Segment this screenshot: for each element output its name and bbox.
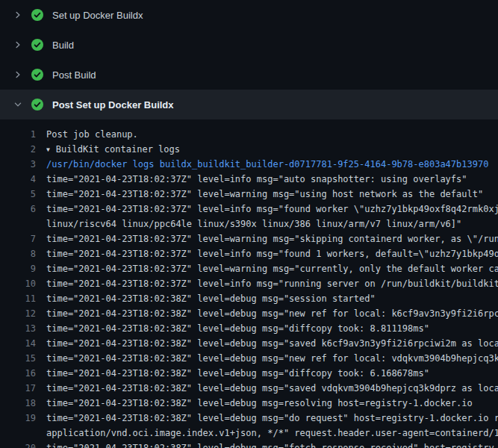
log-text: application/vnd.oci.image.index.v1+json,…	[46, 426, 498, 441]
line-number[interactable]: 10	[0, 276, 36, 291]
log-text: time="2021-04-23T18:02:38Z" level=debug …	[46, 321, 429, 336]
log-line: 18 time="2021-04-23T18:02:38Z" level=deb…	[0, 396, 498, 411]
log-text: time="2021-04-23T18:02:37Z" level=info m…	[46, 246, 498, 261]
line-number[interactable]: 7	[0, 231, 36, 246]
log-line: 15 time="2021-04-23T18:02:38Z" level=deb…	[0, 351, 498, 366]
line-number[interactable]: 3	[0, 157, 36, 172]
check-circle-icon	[31, 69, 43, 81]
line-number[interactable]: 6	[0, 202, 36, 217]
line-number[interactable]: 2	[0, 142, 36, 157]
line-number[interactable]: 17	[0, 381, 36, 396]
group-toggle-icon[interactable]: ▼	[46, 143, 50, 158]
log-text: time="2021-04-23T18:02:38Z" level=debug …	[46, 381, 498, 396]
log-text: time="2021-04-23T18:02:38Z" level=debug …	[46, 351, 498, 366]
log-line: 6 time="2021-04-23T18:02:37Z" level=info…	[0, 202, 498, 217]
chevron-down-icon	[12, 99, 24, 111]
log-text: time="2021-04-23T18:02:38Z" level=debug …	[46, 306, 498, 321]
log-text: time="2021-04-23T18:02:37Z" level=info m…	[46, 172, 467, 187]
log-line: 4 time="2021-04-23T18:02:37Z" level=info…	[0, 172, 498, 187]
chevron-right-icon	[12, 9, 24, 21]
log-line: 13 time="2021-04-23T18:02:38Z" level=deb…	[0, 321, 498, 336]
step-label: Set up Docker Buildx	[52, 10, 143, 21]
step-header-build[interactable]: Build	[0, 30, 498, 60]
log-text: time="2021-04-23T18:02:37Z" level=info m…	[46, 276, 498, 291]
log-line: 16 time="2021-04-23T18:02:38Z" level=deb…	[0, 366, 498, 381]
log-line: 14 time="2021-04-23T18:02:38Z" level=deb…	[0, 336, 498, 351]
line-number[interactable]: 11	[0, 291, 36, 306]
steps-list: Set up Docker Buildx Build P	[0, 0, 498, 119]
log-line: 12 time="2021-04-23T18:02:38Z" level=deb…	[0, 306, 498, 321]
step-header-post-set-up-docker-buildx[interactable]: Post Set up Docker Buildx	[0, 90, 498, 119]
log-line: 17 time="2021-04-23T18:02:38Z" level=deb…	[0, 381, 498, 396]
check-circle-icon	[31, 39, 43, 51]
check-circle-icon	[31, 9, 43, 21]
step-label: Post Build	[52, 69, 96, 81]
line-number[interactable]: 4	[0, 172, 36, 187]
check-circle-icon	[31, 99, 43, 111]
line-number[interactable]: 8	[0, 246, 36, 261]
log-line: 5 time="2021-04-23T18:02:37Z" level=warn…	[0, 187, 498, 202]
log-line: 7 time="2021-04-23T18:02:37Z" level=warn…	[0, 231, 498, 246]
line-number[interactable]: 5	[0, 187, 36, 202]
step-label: Build	[52, 40, 74, 51]
log-line: 11 time="2021-04-23T18:02:38Z" level=deb…	[0, 291, 498, 306]
chevron-right-icon	[12, 39, 24, 51]
log-text: Post job cleanup.	[46, 127, 138, 142]
log-line: application/vnd.oci.image.index.v1+json,…	[0, 426, 498, 441]
log-text: /usr/bin/docker logs buildx_buildkit_bui…	[46, 157, 488, 172]
line-number[interactable]: 13	[0, 321, 36, 336]
log-line: 3 /usr/bin/docker logs buildx_buildkit_b…	[0, 157, 498, 172]
log-text: time="2021-04-23T18:02:37Z" level=warnin…	[46, 231, 498, 246]
line-number[interactable]: 9	[0, 261, 36, 276]
log-text: time="2021-04-23T18:02:38Z" level=debug …	[46, 291, 376, 306]
step-header-set-up-docker-buildx[interactable]: Set up Docker Buildx	[0, 0, 498, 30]
log-line: 8 time="2021-04-23T18:02:37Z" level=info…	[0, 246, 498, 261]
log-line: 1 Post job cleanup.	[0, 127, 498, 142]
log-text: time="2021-04-23T18:02:37Z" level=warnin…	[46, 187, 483, 202]
line-number[interactable]: 12	[0, 306, 36, 321]
line-number[interactable]: 14	[0, 336, 36, 351]
line-number[interactable]: 15	[0, 351, 36, 366]
log-text: time="2021-04-23T18:02:38Z" level=debug …	[46, 366, 429, 381]
chevron-right-icon	[12, 69, 24, 81]
workflow-log-viewer: Set up Docker Buildx Build P	[0, 0, 498, 448]
line-number[interactable]: 18	[0, 396, 36, 411]
log-line: 2 ▼BuildKit container logs	[0, 142, 498, 157]
line-number[interactable]: 1	[0, 127, 36, 142]
log-line: 19 time="2021-04-23T18:02:38Z" level=deb…	[0, 411, 498, 426]
log-line: 20 time="2021-04-23T18:02:38Z" level=deb…	[0, 441, 498, 448]
log-text: time="2021-04-23T18:02:38Z" level=debug …	[46, 396, 473, 411]
step-header-post-build[interactable]: Post Build	[0, 60, 498, 90]
line-number[interactable]: 16	[0, 366, 36, 381]
log-text: time="2021-04-23T18:02:38Z" level=debug …	[46, 411, 498, 426]
step-label: Post Set up Docker Buildx	[52, 99, 174, 111]
log-text: time="2021-04-23T18:02:37Z" level=warnin…	[46, 261, 498, 276]
log-text: time="2021-04-23T18:02:38Z" level=debug …	[46, 336, 498, 351]
log-text: time="2021-04-23T18:02:37Z" level=info m…	[46, 202, 498, 217]
log-text: time="2021-04-23T18:02:38Z" level=debug …	[46, 441, 498, 448]
log-line: linux/riscv64 linux/ppc64le linux/s390x …	[0, 217, 498, 231]
log-line: 9 time="2021-04-23T18:02:37Z" level=warn…	[0, 261, 498, 276]
log-body: 1 Post job cleanup. 2 ▼BuildKit containe…	[0, 119, 498, 448]
log-text: ▼BuildKit container logs	[46, 142, 180, 158]
line-number[interactable]: 19	[0, 411, 36, 426]
log-line: 10 time="2021-04-23T18:02:37Z" level=inf…	[0, 276, 498, 291]
log-text: linux/riscv64 linux/ppc64le linux/s390x …	[46, 217, 461, 231]
line-number[interactable]: 20	[0, 441, 36, 448]
